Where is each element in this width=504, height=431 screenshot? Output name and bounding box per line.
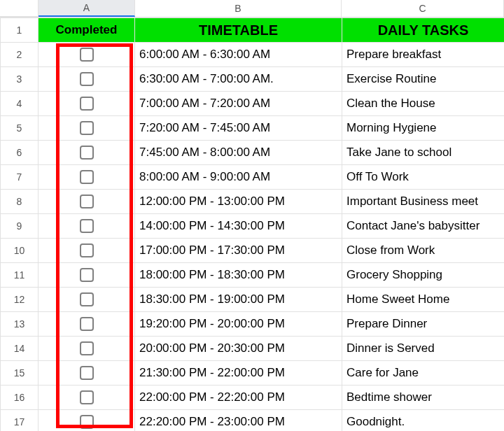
header-completed[interactable]: Completed <box>38 18 135 43</box>
checkbox-icon[interactable] <box>80 292 94 306</box>
cell-timetable[interactable]: 18:30:00 PM - 19:00:00 PM <box>135 288 342 312</box>
cell-timetable[interactable]: 8:00:00 AM - 9:00:00 AM <box>135 165 342 190</box>
checkbox-icon[interactable] <box>80 170 94 184</box>
timetable-text: 17:00:00 PM - 17:30:00 PM <box>135 243 342 257</box>
cell-completed[interactable] <box>38 116 135 141</box>
cell-timetable[interactable]: 7:20:00 AM - 7:45:00 AM <box>135 116 342 141</box>
cell-timetable[interactable]: 22:00:00 PM - 22:20:00 PM <box>135 386 342 410</box>
cell-task[interactable]: Take Jane to school <box>342 141 505 165</box>
checkbox-icon[interactable] <box>80 48 94 62</box>
checkbox-icon[interactable] <box>80 72 94 86</box>
cell-completed[interactable] <box>38 386 135 410</box>
table-row: 14 20:00:00 PM - 20:30:00 PM Dinner is S… <box>1 337 505 361</box>
cell-completed[interactable] <box>38 288 135 312</box>
row-number[interactable]: 5 <box>1 116 38 141</box>
row-number[interactable]: 13 <box>1 312 38 337</box>
checkbox-icon[interactable] <box>80 97 94 111</box>
header-daily-tasks[interactable]: DAILY TASKS <box>342 18 505 43</box>
cell-completed[interactable] <box>38 92 135 116</box>
cell-task[interactable]: Morning Hygiene <box>342 116 505 141</box>
row-number[interactable]: 6 <box>1 141 38 165</box>
cell-completed[interactable] <box>38 312 135 337</box>
cell-timetable[interactable]: 19:20:00 PM - 20:00:00 PM <box>135 312 342 337</box>
cell-task[interactable]: Goodnight. <box>342 410 505 432</box>
select-all-corner[interactable] <box>0 0 38 17</box>
cell-timetable[interactable]: 6:00:00 AM - 6:30:00 AM <box>135 43 342 67</box>
cell-completed[interactable] <box>38 67 135 92</box>
cell-timetable[interactable]: 7:45:00 AM - 8:00:00 AM <box>135 141 342 165</box>
task-text: Grocery Shopping <box>342 268 504 282</box>
row-number[interactable]: 4 <box>1 92 38 116</box>
column-header-B[interactable]: B <box>135 0 342 17</box>
cell-completed[interactable] <box>38 263 135 288</box>
cell-completed[interactable] <box>38 141 135 165</box>
row-number[interactable]: 14 <box>1 337 38 361</box>
checkbox-icon[interactable] <box>80 121 94 135</box>
cell-task[interactable]: Care for Jane <box>342 361 505 386</box>
cell-task[interactable]: Home Sweet Home <box>342 288 505 312</box>
checkbox-icon[interactable] <box>80 146 94 160</box>
cell-timetable[interactable]: 22:20:00 PM - 23:00:00 PM <box>135 410 342 432</box>
cell-task[interactable]: Bedtime shower <box>342 386 505 410</box>
cell-timetable[interactable]: 7:00:00 AM - 7:20:00 AM <box>135 92 342 116</box>
cell-timetable[interactable]: 17:00:00 PM - 17:30:00 PM <box>135 239 342 263</box>
cell-task[interactable]: Prepare breakfast <box>342 43 505 67</box>
cell-task[interactable]: Grocery Shopping <box>342 263 505 288</box>
checkbox-icon[interactable] <box>80 341 94 355</box>
cell-task[interactable]: Exercise Routine <box>342 67 505 92</box>
header-daily-tasks-label: DAILY TASKS <box>378 22 469 38</box>
task-text: Bedtime shower <box>342 390 504 404</box>
cell-task[interactable]: Clean the House <box>342 92 505 116</box>
row-number[interactable]: 12 <box>1 288 38 312</box>
checkbox-icon[interactable] <box>80 195 94 209</box>
row-number[interactable]: 10 <box>1 239 38 263</box>
cell-completed[interactable] <box>38 361 135 386</box>
row-number[interactable]: 3 <box>1 67 38 92</box>
checkbox-icon[interactable] <box>80 268 94 282</box>
row-number[interactable]: 15 <box>1 361 38 386</box>
row-number[interactable]: 9 <box>1 214 38 239</box>
cell-timetable[interactable]: 6:30:00 AM - 7:00:00 AM. <box>135 67 342 92</box>
cell-task[interactable]: Dinner is Served <box>342 337 505 361</box>
row-number[interactable]: 16 <box>1 386 38 410</box>
row-number[interactable]: 7 <box>1 165 38 190</box>
row-number[interactable]: 8 <box>1 190 38 214</box>
cell-task[interactable]: Contact Jane's babysitter <box>342 214 505 239</box>
cell-timetable[interactable]: 21:30:00 PM - 22:00:00 PM <box>135 361 342 386</box>
cell-task[interactable]: Close from Work <box>342 239 505 263</box>
checkbox-icon[interactable] <box>80 390 94 404</box>
row-number[interactable]: 1 <box>1 18 38 43</box>
timetable-text: 22:20:00 PM - 23:00:00 PM <box>135 415 342 429</box>
row-number[interactable]: 17 <box>1 410 38 432</box>
cell-timetable[interactable]: 20:00:00 PM - 20:30:00 PM <box>135 337 342 361</box>
cell-timetable[interactable]: 12:00:00 PM - 13:00:00 PM <box>135 190 342 214</box>
column-header-strip: A B C <box>0 0 504 17</box>
cell-completed[interactable] <box>38 190 135 214</box>
cell-completed[interactable] <box>38 214 135 239</box>
column-header-A[interactable]: A <box>38 0 135 17</box>
column-header-C[interactable]: C <box>342 0 504 17</box>
checkbox-icon[interactable] <box>80 415 94 429</box>
table-row: 5 7:20:00 AM - 7:45:00 AM Morning Hygien… <box>1 116 505 141</box>
cell-completed[interactable] <box>38 165 135 190</box>
header-timetable[interactable]: TIMETABLE <box>135 18 342 43</box>
checkbox-icon[interactable] <box>80 219 94 233</box>
cell-completed[interactable] <box>38 43 135 67</box>
cell-completed[interactable] <box>38 410 135 432</box>
task-text: Prepare breakfast <box>342 48 504 62</box>
cell-timetable[interactable]: 14:00:00 PM - 14:30:00 PM <box>135 214 342 239</box>
header-row: 1 Completed TIMETABLE DAILY TASKS <box>1 18 505 43</box>
cell-timetable[interactable]: 18:00:00 PM - 18:30:00 PM <box>135 263 342 288</box>
checkbox-icon[interactable] <box>80 243 94 257</box>
cell-task[interactable]: Off To Work <box>342 165 505 190</box>
cell-completed[interactable] <box>38 337 135 361</box>
cell-task[interactable]: Important Business meet <box>342 190 505 214</box>
checkbox-icon[interactable] <box>80 366 94 380</box>
cell-completed[interactable] <box>38 239 135 263</box>
row-number[interactable]: 2 <box>1 43 38 67</box>
row-number[interactable]: 11 <box>1 263 38 288</box>
checkbox-icon[interactable] <box>80 317 94 331</box>
cell-task[interactable]: Prepare Dinner <box>342 312 505 337</box>
table-row: 8 12:00:00 PM - 13:00:00 PM Important Bu… <box>1 190 505 214</box>
timetable-text: 7:20:00 AM - 7:45:00 AM <box>135 121 342 135</box>
